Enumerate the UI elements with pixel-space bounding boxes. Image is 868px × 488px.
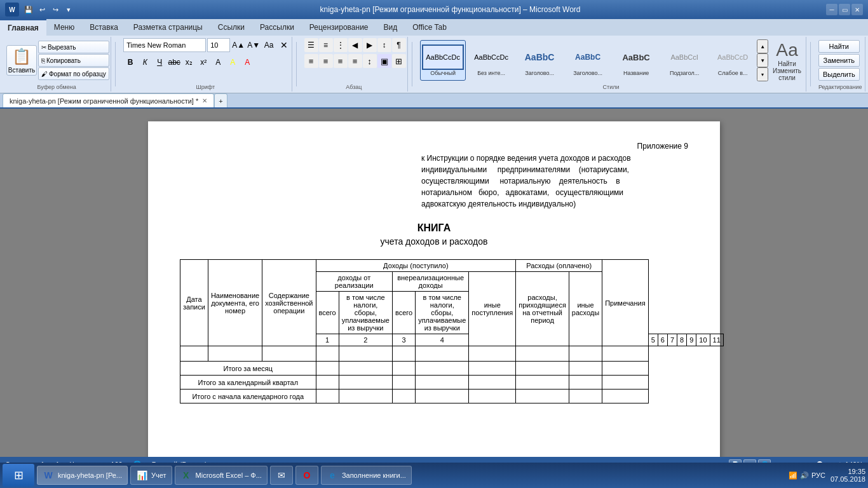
col-num-7: 7 xyxy=(667,334,677,346)
save-qat-button[interactable]: 💾 xyxy=(23,4,34,15)
sort-button[interactable]: ↕ xyxy=(377,38,391,52)
italic-button[interactable]: К xyxy=(138,55,152,69)
paste-button[interactable]: 📋 Вставить xyxy=(6,45,37,76)
data-cell-10 xyxy=(569,346,602,362)
maximize-button[interactable]: ▭ xyxy=(839,4,850,15)
decrease-indent-button[interactable]: ◀ xyxy=(348,38,362,52)
tab-references[interactable]: Ссылки xyxy=(210,19,252,36)
font-size-decrease-button[interactable]: A▼ xyxy=(247,38,261,52)
text-effects-button[interactable]: A xyxy=(211,55,225,69)
close-button[interactable]: ✕ xyxy=(851,4,863,15)
style-no-spacing[interactable]: AaBbCcDc Без инте... xyxy=(468,40,514,81)
style-title[interactable]: AaBbC Название xyxy=(613,40,659,81)
language-tray[interactable]: РУС xyxy=(811,471,825,479)
taskbar-item-uchet[interactable]: 📊 Учет xyxy=(130,466,172,485)
styles-scroll-down[interactable]: ▼ xyxy=(757,53,768,67)
appendix-header: Приложение 9 к Инструкции о порядке веде… xyxy=(180,140,688,210)
col-num-9: 9 xyxy=(687,334,696,346)
format-painter-icon: 🖌 xyxy=(41,71,48,78)
copy-button[interactable]: ⎘ Копировать xyxy=(38,54,109,67)
summary-year-7 xyxy=(416,390,469,403)
align-center-button[interactable]: ≡ xyxy=(319,54,333,68)
format-painter-button[interactable]: 🖌 Формат по образцу xyxy=(38,67,109,80)
summary-month-9 xyxy=(516,362,569,376)
taskbar-item-opera[interactable]: O xyxy=(295,466,318,485)
style-heading2[interactable]: AaBbC Заголово... xyxy=(565,40,611,81)
undo-qat-button[interactable]: ↩ xyxy=(36,4,48,15)
find-button[interactable]: Найти xyxy=(818,40,860,53)
start-button[interactable]: ⊞ xyxy=(3,464,34,487)
increase-indent-button[interactable]: ▶ xyxy=(363,38,377,52)
clear-formatting-button[interactable]: ✕ xyxy=(277,38,291,52)
styles-more[interactable]: ▾ xyxy=(757,67,768,81)
customize-qat-button[interactable]: ▾ xyxy=(63,4,74,15)
replace-button[interactable]: Заменить xyxy=(818,54,860,67)
style-weak-label: Слабое в... xyxy=(718,70,748,76)
font-name-input[interactable] xyxy=(123,38,206,52)
change-case-button[interactable]: Aa xyxy=(262,38,276,52)
styles-scroll[interactable]: ▲ ▼ ▾ xyxy=(757,39,768,81)
summary-quarter-8 xyxy=(469,376,516,390)
bold-button[interactable]: B xyxy=(123,55,137,69)
redo-qat-button[interactable]: ↪ xyxy=(50,4,61,15)
change-styles-text[interactable]: Изменить стили xyxy=(772,67,802,81)
highlight-button[interactable]: A xyxy=(226,55,240,69)
underline-button[interactable]: Ч xyxy=(153,55,166,69)
taskbar-item-excel[interactable]: X Microsoft Excel – Ф... xyxy=(175,466,268,485)
font-size-input[interactable] xyxy=(207,38,230,52)
summary-month-7 xyxy=(416,362,469,376)
borders-button[interactable]: ⊞ xyxy=(392,54,406,68)
style-normal[interactable]: AaBbCcDc Обычный xyxy=(420,40,466,81)
sys-tray: 📶 🔊 РУС xyxy=(789,471,825,480)
style-subtitle[interactable]: AaBbCcI Подзагол... xyxy=(661,40,707,81)
tab-page-layout[interactable]: Разметка страницы xyxy=(126,19,210,36)
word-taskbar-icon: W xyxy=(43,470,54,481)
font-size-increase-button[interactable]: A▲ xyxy=(231,38,245,52)
font-color-button[interactable]: A xyxy=(240,55,254,69)
style-normal-preview: AaBbCcDc xyxy=(422,44,464,70)
clock[interactable]: 19:35 07.05.2018 xyxy=(831,468,865,483)
new-tab-button[interactable]: + xyxy=(214,93,227,107)
tab-home[interactable]: Главная xyxy=(0,19,46,36)
income-realization-taxes-header: в том числе налоги, сборы, уплачиваемые … xyxy=(339,292,392,334)
document-tab-close[interactable]: ✕ xyxy=(202,97,207,104)
numbering-button[interactable]: ≡ xyxy=(319,38,333,52)
select-button[interactable]: Выделить xyxy=(818,68,860,81)
shading-button[interactable]: ▣ xyxy=(377,54,391,68)
tab-office-tab[interactable]: Office Tab xyxy=(405,19,454,36)
show-marks-button[interactable]: ¶ xyxy=(392,38,406,52)
income-realization-total-header: всего xyxy=(316,292,339,334)
style-heading1[interactable]: AaBbC Заголово... xyxy=(517,40,562,81)
cut-button[interactable]: ✂ Вырезать xyxy=(38,41,109,53)
taskbar-item-ie[interactable]: e Заполнение книги... xyxy=(321,466,412,485)
subscript-button[interactable]: x₂ xyxy=(182,55,196,69)
align-right-button[interactable]: ≡ xyxy=(334,54,348,68)
taskbar-item-mail[interactable]: ✉ xyxy=(270,466,293,485)
tab-menu[interactable]: Меню xyxy=(46,19,82,36)
col-num-8: 8 xyxy=(677,334,687,346)
minimize-button[interactable]: ─ xyxy=(826,4,837,15)
tab-review[interactable]: Рецензирование xyxy=(302,19,376,36)
col-num-1: 1 xyxy=(316,334,339,346)
style-title-label: Название xyxy=(623,70,649,76)
styles-group: AaBbCcDc Обычный AaBbCcDc Без инте... Aa… xyxy=(416,37,806,92)
tab-insert[interactable]: Вставка xyxy=(82,19,126,36)
bullets-button[interactable]: ☰ xyxy=(304,38,318,52)
style-weak[interactable]: AaBbCcD Слабое в... xyxy=(710,40,756,81)
paragraph-group: ☰ ≡ ⋮ ◀ ▶ ↕ ¶ ≡ ≡ ≡ ≡ ↕ ▣ ⊞ Аб xyxy=(301,37,409,92)
align-justify-button[interactable]: ≡ xyxy=(348,54,362,68)
tab-view[interactable]: Вид xyxy=(376,19,405,36)
strikethrough-button[interactable]: abc xyxy=(167,55,181,69)
align-left-button[interactable]: ≡ xyxy=(304,54,318,68)
font-format-row: B К Ч abc x₂ x² A A A xyxy=(123,55,254,69)
line-spacing-button[interactable]: ↕ xyxy=(363,54,377,68)
multilevel-list-button[interactable]: ⋮ xyxy=(334,38,348,52)
taskbar-ie-label: Заполнение книги... xyxy=(342,471,406,479)
superscript-button[interactable]: x² xyxy=(196,55,210,69)
document-tab-active[interactable]: kniga-yheta-pn [Режим ограниченной функц… xyxy=(3,93,214,107)
taskbar-item-word[interactable]: W kniga-yheta-pn [Ре... xyxy=(37,466,128,485)
styles-scroll-up[interactable]: ▲ xyxy=(757,39,768,53)
document-area[interactable]: Приложение 9 к Инструкции о порядке веде… xyxy=(0,109,868,457)
list-buttons: ☰ ≡ ⋮ ◀ ▶ ↕ ¶ xyxy=(304,38,406,52)
tab-mailings[interactable]: Рассылки xyxy=(252,19,302,36)
